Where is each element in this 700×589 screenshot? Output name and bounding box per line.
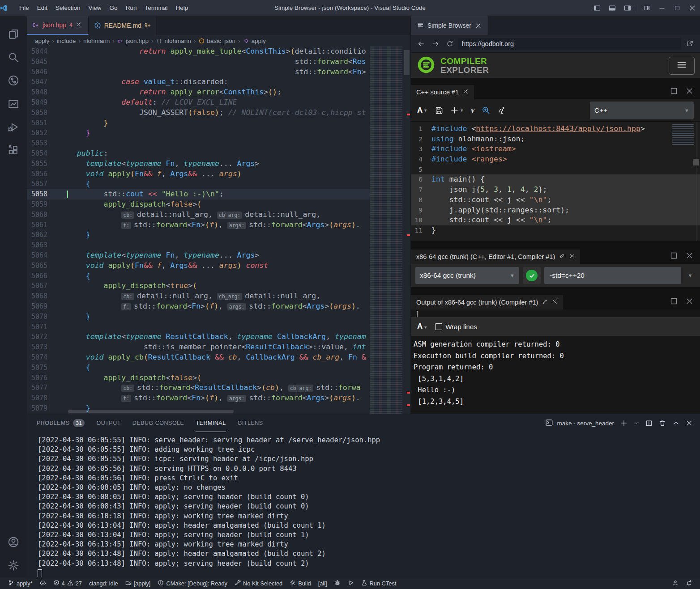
close-pane-icon[interactable] — [685, 297, 694, 307]
breadcrumb-item-basic_json[interactable]: basic_json — [198, 38, 235, 44]
status-git-branch[interactable]: apply* — [4, 577, 36, 589]
editor-tab-json.hpp[interactable]: C+json.hpp4 — [27, 16, 89, 35]
ce-compiler-tab[interactable]: x86-64 gcc (trunk) (C++, Editor #1, Comp… — [411, 250, 580, 264]
panel-tab-terminal[interactable]: TERMINAL — [196, 414, 226, 432]
minimize-button[interactable] — [654, 0, 670, 16]
activitybar-settings-icon[interactable] — [3, 554, 24, 577]
ce-menu-button[interactable] — [669, 57, 695, 75]
panel-tab-output[interactable]: OUTPUT — [96, 414, 120, 432]
close-icon[interactable] — [569, 253, 575, 260]
open-external-icon[interactable] — [684, 38, 696, 50]
panel-tab-problems[interactable]: PROBLEMS31 — [37, 414, 85, 432]
activitybar-source-control-icon[interactable] — [3, 69, 24, 92]
activitybar-extensions-icon[interactable] — [3, 139, 24, 162]
cppinsights-icon[interactable] — [482, 106, 490, 114]
menu-file[interactable]: File — [15, 0, 33, 16]
compiler-select[interactable]: x86-64 gcc (trunk) ▼ — [415, 267, 519, 284]
ce-output-tab[interactable]: Output of x86-64 gcc (trunk) (Compiler #… — [411, 295, 563, 309]
maximize-pane-icon[interactable] — [670, 87, 678, 97]
editor-scrollbar[interactable] — [402, 47, 410, 414]
maximize-pane-icon[interactable] — [670, 251, 678, 261]
status-launch[interactable] — [344, 577, 358, 589]
close-panel-icon[interactable] — [686, 420, 693, 427]
menu-run[interactable]: Run — [122, 0, 141, 16]
menu-edit[interactable]: Edit — [33, 0, 51, 16]
close-pane-icon[interactable] — [685, 87, 694, 97]
breadcrumb-item-apply[interactable]: apply — [243, 38, 266, 44]
minimap[interactable] — [370, 47, 402, 414]
activitybar-account-icon[interactable] — [3, 530, 24, 554]
status-cmake-project[interactable]: [apply] — [122, 577, 154, 589]
forward-icon[interactable] — [430, 38, 441, 50]
status-notifications[interactable] — [682, 580, 696, 587]
scrollbar-slider[interactable] — [404, 50, 410, 75]
menu-selection[interactable]: Selection — [51, 0, 85, 16]
ce-source-tab[interactable]: C++ source #1 — [411, 85, 474, 99]
new-terminal-icon[interactable] — [620, 420, 627, 427]
breadcrumb-item-include[interactable]: include — [57, 38, 76, 44]
status-cmake-build[interactable]: Build — [286, 577, 314, 589]
status-cmake-kit[interactable]: No Kit Selected — [231, 577, 286, 589]
status-problems[interactable]: 427 — [50, 577, 85, 589]
maximize-button[interactable] — [670, 0, 685, 16]
breadcrumb-item-json.hpp[interactable]: C+json.hpp — [117, 38, 149, 44]
breadcrumb-item-nlohmann[interactable]: nlohmann — [83, 38, 110, 44]
wrap-lines-checkbox[interactable]: Wrap lines — [435, 323, 477, 331]
menu-view[interactable]: View — [85, 0, 106, 16]
code-editor[interactable]: 5044 return apply_make_tuple<ConstThis>(… — [27, 47, 410, 414]
save-icon[interactable] — [435, 106, 443, 114]
activitybar-search-icon[interactable] — [3, 46, 24, 69]
close-tab-icon[interactable] — [475, 22, 482, 29]
editor-tab-README.md[interactable]: README.md9+ — [89, 16, 157, 35]
vim-mode-button[interactable]: v — [471, 106, 474, 115]
close-window-button[interactable] — [685, 0, 700, 16]
quickbench-ostrich-icon[interactable] — [497, 106, 506, 114]
status-cmake-status[interactable]: CMake: [Debug]: Ready — [154, 577, 231, 589]
status-ctest[interactable]: Run CTest — [358, 577, 400, 589]
activitybar-preview-icon[interactable] — [3, 92, 24, 115]
url-input[interactable]: https://godbolt.org — [458, 38, 681, 50]
close-tab-icon[interactable] — [76, 21, 83, 29]
reload-icon[interactable] — [444, 38, 456, 50]
menu-terminal[interactable]: Terminal — [141, 0, 171, 16]
back-icon[interactable] — [415, 38, 427, 50]
status-clangd-status[interactable]: clangd: idle — [85, 577, 122, 589]
customize-layout-icon[interactable] — [639, 0, 654, 16]
panel-tab-gitlens[interactable]: GITLENS — [238, 414, 263, 432]
close-icon[interactable] — [463, 89, 469, 96]
compiler-options-input[interactable]: -std=c++20 — [544, 267, 681, 284]
panel-tab-debug-console[interactable]: DEBUG CONSOLE — [132, 414, 184, 432]
add-pane-button[interactable]: ▼ — [450, 106, 464, 114]
toggle-sidebar-icon[interactable] — [589, 0, 605, 16]
tab-simple-browser[interactable]: Simple Browser — [411, 16, 488, 35]
rename-pencil-icon[interactable] — [559, 253, 565, 260]
code-lines[interactable]: 5044 return apply_make_tuple<ConstThis>(… — [27, 47, 370, 414]
activitybar-run-debug-icon[interactable] — [3, 115, 24, 139]
status-sync[interactable] — [36, 577, 50, 589]
split-terminal-icon[interactable] — [645, 420, 653, 427]
terminal-dropdown-icon[interactable] — [634, 420, 639, 427]
rename-pencil-icon[interactable] — [542, 299, 548, 306]
close-pane-icon[interactable] — [685, 251, 694, 261]
breadcrumb-item-apply[interactable]: apply — [35, 38, 49, 44]
ce-scroll-slider[interactable] — [693, 159, 699, 165]
kill-terminal-icon[interactable] — [659, 420, 666, 427]
terminal-session[interactable]: make - serve_header — [545, 419, 614, 428]
ce-source-editor[interactable]: 1#include <https://localhost:8443/apply/… — [411, 122, 700, 241]
font-size-button[interactable]: A▼ — [417, 106, 427, 115]
ce-program-output[interactable]: ASM generation compiler returned: 0Execu… — [411, 336, 700, 414]
status-debug[interactable] — [331, 577, 344, 589]
maximize-panel-icon[interactable] — [672, 420, 679, 427]
options-dropdown-icon[interactable]: ▼ — [685, 267, 696, 284]
menu-help[interactable]: Help — [171, 0, 192, 16]
horizontal-scrollbar[interactable] — [68, 410, 234, 413]
activitybar-explorer-icon[interactable] — [3, 22, 24, 46]
status-feedback[interactable] — [669, 580, 682, 587]
toggle-panel-icon[interactable] — [605, 0, 620, 16]
toggle-secondary-sidebar-icon[interactable] — [620, 0, 635, 16]
close-icon[interactable] — [552, 299, 558, 306]
status-cmake-target[interactable]: [all] — [315, 577, 331, 589]
language-select[interactable]: C++ ▼ — [590, 102, 694, 119]
breadcrumb-item-nlohmann[interactable]: {}nlohmann — [156, 38, 191, 44]
menu-go[interactable]: Go — [106, 0, 122, 16]
